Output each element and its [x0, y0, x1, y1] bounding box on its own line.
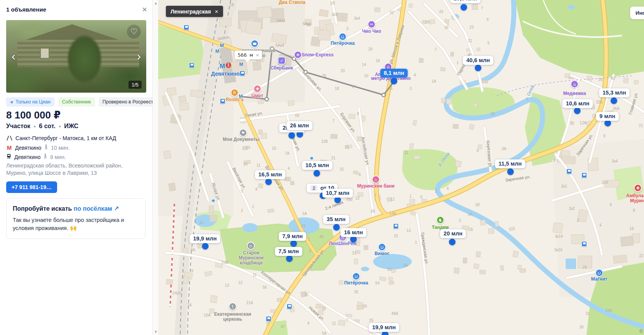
price-marker[interactable]: 35 млн: [323, 215, 349, 224]
basket-icon[interactable]: ⊔: [352, 272, 360, 281]
listing-dot[interactable]: [335, 197, 341, 203]
settlements-link[interactable]: по посёлкам ↗: [74, 205, 119, 212]
region-filter-chip[interactable]: Ленинградская ×: [166, 6, 223, 17]
photo-next-button[interactable]: ›: [137, 51, 141, 62]
listing-dot[interactable]: [265, 179, 272, 185]
poi-label[interactable]: Екатерининскаяцерковь: [214, 312, 251, 322]
price-marker[interactable]: 10,5 млн: [302, 161, 333, 170]
listing-dot[interactable]: [449, 239, 456, 245]
price-marker[interactable]: 16 млн: [341, 228, 367, 237]
price-marker[interactable]: 10,6 млн: [563, 99, 593, 108]
price-marker[interactable]: 19,9 млн: [369, 323, 399, 332]
price-marker[interactable]: 8,1 млн: [380, 69, 408, 78]
listing-summary: Участок●6 сот.●ИЖС: [6, 123, 78, 130]
price-marker[interactable]: 11,5 млн: [495, 159, 525, 168]
poi-label[interactable]: Вимос: [375, 251, 390, 256]
favorite-heart-icon[interactable]: ♡: [127, 25, 141, 39]
badge-cian: ➤Только на Циан: [6, 97, 54, 107]
listing-dot[interactable]: [611, 98, 617, 104]
selected-listing-dot[interactable]: [391, 78, 397, 85]
price-marker[interactable]: 40,6 млн: [463, 56, 494, 65]
poi-label[interactable]: Медвежка: [563, 91, 586, 96]
poi-label[interactable]: Цмрт: [252, 93, 264, 98]
grave-icon[interactable]: ∩: [247, 242, 255, 250]
poi-label[interactable]: АмбулатоМурин: [626, 193, 644, 203]
scroll-up-icon[interactable]: ∧: [153, 2, 159, 5]
map-canvas[interactable]: Ленинградская × Инф 566 м × © Тихая ул.Т…: [158, 0, 644, 335]
listing-dot[interactable]: [289, 132, 295, 139]
listing-address: Ленинградская область, Всеволожский райо…: [6, 162, 141, 177]
sidebar-scrollbar[interactable]: ∧ ∨: [152, 0, 158, 335]
house-number: 1: [409, 194, 412, 198]
cart-icon[interactable]: ⊔: [378, 243, 386, 251]
house-number: 1В: [475, 203, 480, 207]
basket-icon[interactable]: ⊔: [339, 33, 347, 41]
listing-dot[interactable]: [314, 170, 320, 177]
med-icon[interactable]: ✚: [254, 85, 262, 93]
house-number: 26: [370, 209, 375, 213]
poi-label[interactable]: Муринские бани: [357, 184, 394, 189]
poi-label[interactable]: СтароеМуринскоекладбище: [239, 250, 264, 266]
poi-label[interactable]: Rostic's: [226, 97, 243, 102]
bed-icon[interactable]: ⌂: [571, 80, 579, 88]
listing-dot[interactable]: [333, 224, 340, 231]
bus-icon[interactable]: [251, 40, 259, 48]
close-icon[interactable]: ×: [142, 7, 147, 13]
house-number: 24сб: [172, 291, 181, 295]
listing-dot[interactable]: [202, 243, 209, 250]
r-icon[interactable]: R: [231, 89, 239, 97]
house-number: 12: [238, 281, 242, 285]
basket-icon[interactable]: ⊔: [595, 269, 603, 277]
map-building: [285, 177, 291, 181]
snow-icon[interactable]: ❄: [294, 51, 302, 59]
horse-icon[interactable]: ♞: [436, 216, 445, 224]
remove-filter-icon[interactable]: ×: [215, 8, 218, 15]
house-number: 11В: [321, 139, 328, 144]
listing-photo[interactable]: ‹ › ♡ 1/5: [6, 20, 146, 93]
scissors-icon[interactable]: ✂: [368, 20, 376, 29]
listing-dot[interactable]: [605, 120, 611, 127]
flag-icon[interactable]: ⚑: [239, 129, 247, 137]
price-marker[interactable]: 16,5 млн: [255, 170, 286, 179]
close-distance-icon[interactable]: ×: [256, 52, 259, 58]
map-building: [419, 58, 424, 63]
listing-dot[interactable]: [507, 169, 514, 175]
price-marker[interactable]: 7,5 млн: [275, 247, 303, 256]
spa-icon[interactable]: ♨: [372, 176, 380, 184]
poi-label[interactable]: Два Ствола: [279, 0, 306, 5]
cian-map-page: 1 объявление × ‹ › ♡ 1/5 ➤Только на Циан…: [0, 0, 644, 335]
price-marker[interactable]: 9 млн: [596, 112, 619, 121]
show-phone-button[interactable]: +7 911 981-19…: [6, 181, 57, 193]
house-number: 8А: [191, 248, 195, 252]
poi-label[interactable]: СберБанк: [270, 66, 293, 71]
poi-label[interactable]: Snow-Express: [302, 52, 334, 58]
scroll-down-icon[interactable]: ∨: [153, 330, 159, 333]
price-marker[interactable]: 10,5 млн: [450, 0, 481, 3]
price-marker[interactable]: 20 млн: [440, 229, 466, 238]
bank-icon[interactable]: ✓: [278, 57, 286, 65]
listing-dot[interactable]: [286, 255, 293, 262]
poi-label[interactable]: Магнит: [591, 277, 607, 282]
price-marker[interactable]: 15,3 млн: [599, 88, 630, 97]
price-marker[interactable]: 26 млн: [287, 121, 313, 130]
price-marker[interactable]: 19,9 млн: [190, 234, 220, 243]
listing-dot[interactable]: [461, 4, 467, 11]
listing-dot[interactable]: [350, 236, 357, 243]
listing-dot[interactable]: [574, 108, 581, 114]
map-building: [260, 133, 267, 139]
map-building: [205, 271, 212, 276]
poi-label[interactable]: Мои Документы: [223, 137, 260, 142]
infrastructure-button[interactable]: Инф: [630, 7, 644, 19]
metro-icon: М: [6, 144, 12, 151]
photo-prev-button[interactable]: ‹: [12, 51, 15, 62]
poi-label[interactable]: Пятёрочка: [344, 281, 368, 286]
listing-dot[interactable]: [475, 65, 482, 71]
med-icon[interactable]: ✚: [634, 184, 642, 192]
listing-dot[interactable]: [291, 240, 297, 247]
map-building: [613, 255, 627, 264]
price-marker[interactable]: 10,7 млн: [323, 189, 353, 198]
price-marker[interactable]: 7,9 млн: [279, 232, 306, 241]
church-icon[interactable]: †: [229, 303, 237, 311]
poi-label[interactable]: Пятёрочка: [331, 41, 355, 46]
poi-label[interactable]: Чио Чио: [362, 29, 381, 34]
